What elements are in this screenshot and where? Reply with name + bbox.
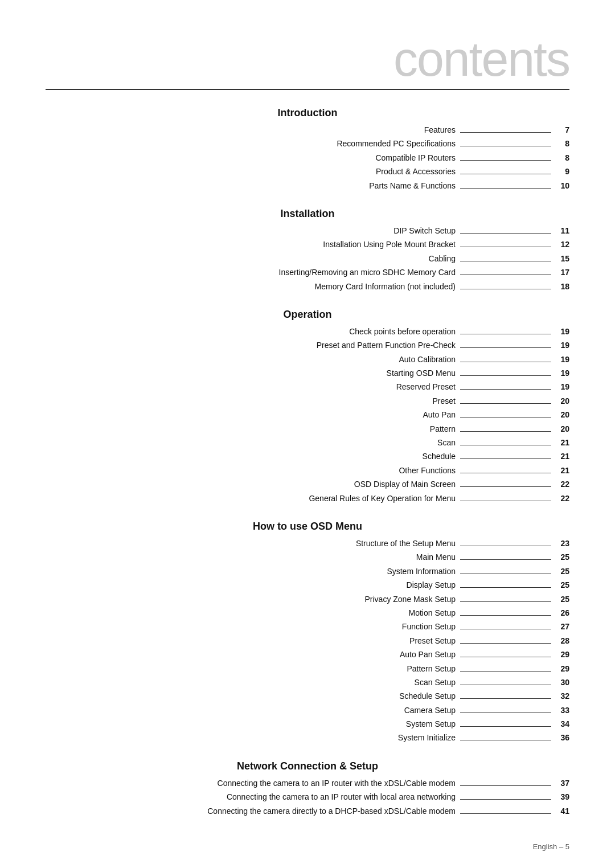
- toc-label: Privacy Zone Mask Setup: [364, 593, 456, 605]
- toc-row: Preset and Pattern Function Pre-Check19: [46, 339, 569, 351]
- toc-page-number: 12: [556, 238, 569, 251]
- toc-label: Reserved Preset: [396, 380, 456, 393]
- toc-row: Parts Name & Functions10: [46, 179, 569, 192]
- section-how-to-use-osd: How to use OSD MenuStructure of the Setu…: [46, 521, 569, 744]
- toc-page-number: 25: [556, 593, 569, 605]
- toc-page-number: 39: [556, 791, 569, 803]
- toc-label: Schedule: [423, 450, 456, 462]
- toc-page-number: 15: [556, 252, 569, 265]
- toc-dots: [460, 486, 551, 487]
- toc-label: Installation Using Pole Mount Bracket: [323, 238, 456, 251]
- toc-page-number: 33: [556, 704, 569, 716]
- toc-label: Memory Card Information (not included): [315, 280, 456, 293]
- toc-label: DIP Switch Setup: [393, 224, 456, 237]
- toc-dots: [460, 574, 551, 574]
- toc-row: General Rules of Key Operation for Menu2…: [46, 492, 569, 505]
- toc-label: Other Functions: [399, 464, 456, 477]
- toc-dots: [460, 417, 551, 417]
- toc-page-number: 30: [556, 676, 569, 689]
- toc-label: Connecting the camera to an IP router wi…: [227, 791, 456, 803]
- toc-label: Parts Name & Functions: [369, 179, 456, 192]
- toc-label: Scan: [437, 436, 456, 449]
- toc-page-number: 36: [556, 731, 569, 744]
- toc-dots: [460, 799, 551, 800]
- toc-label: Check points before operation: [349, 325, 456, 338]
- toc-page-number: 29: [556, 662, 569, 675]
- toc-page-number: 10: [556, 179, 569, 192]
- toc-row: Auto Pan Setup29: [46, 648, 569, 661]
- toc-row: Privacy Zone Mask Setup25: [46, 593, 569, 605]
- toc-row: Display Setup25: [46, 579, 569, 591]
- toc-dots: [460, 347, 551, 348]
- toc-row: Starting OSD Menu19: [46, 367, 569, 379]
- toc-dots: [460, 188, 551, 189]
- toc-dots: [460, 458, 551, 459]
- toc-dots: [460, 473, 551, 473]
- toc-dots: [460, 559, 551, 560]
- toc-row: Structure of the Setup Menu23: [46, 537, 569, 550]
- toc-dots: [460, 431, 551, 432]
- toc-dots: [460, 389, 551, 390]
- toc-page-number: 27: [556, 620, 569, 633]
- toc-page-number: 7: [556, 124, 569, 136]
- toc-dots: [460, 247, 551, 247]
- toc-row: Installation Using Pole Mount Bracket12: [46, 238, 569, 251]
- toc-row: Features7: [46, 124, 569, 136]
- toc-dots: [460, 698, 551, 699]
- toc-dots: [460, 160, 551, 161]
- toc-row: Pattern Setup29: [46, 662, 569, 675]
- toc-page-number: 22: [556, 492, 569, 505]
- toc-dots: [460, 657, 551, 657]
- toc-dots: [460, 601, 551, 602]
- toc-label: OSD Display of Main Screen: [354, 478, 456, 490]
- toc-row: Connecting the camera to an IP router wi…: [46, 777, 569, 789]
- toc-label: Connecting the camera directly to a DHCP…: [207, 805, 456, 817]
- toc-label: Function Setup: [402, 620, 456, 633]
- toc-label: Schedule Setup: [399, 690, 456, 702]
- toc-content: IntroductionFeatures7Recommended PC Spec…: [46, 107, 569, 817]
- footer-text: English – 5: [533, 842, 569, 851]
- toc-page-number: 29: [556, 648, 569, 661]
- toc-page-number: 25: [556, 579, 569, 591]
- toc-row: Cabling15: [46, 252, 569, 265]
- toc-dots: [460, 403, 551, 404]
- toc-row: Schedule Setup32: [46, 690, 569, 702]
- toc-row: Connecting the camera to an IP router wi…: [46, 791, 569, 803]
- page: contents IntroductionFeatures7Recommende…: [0, 0, 615, 868]
- toc-label: System Setup: [406, 718, 456, 730]
- toc-row: Check points before operation19: [46, 325, 569, 338]
- toc-page-number: 8: [556, 152, 569, 164]
- toc-row: Scan21: [46, 436, 569, 449]
- toc-label: Connecting the camera to an IP router wi…: [218, 777, 456, 789]
- toc-dots: [460, 334, 551, 334]
- toc-page-number: 37: [556, 777, 569, 789]
- toc-page-number: 25: [556, 565, 569, 578]
- toc-label: Product & Accessories: [376, 165, 456, 178]
- toc-dots: [460, 785, 551, 786]
- toc-dots: [460, 146, 551, 146]
- toc-dots: [460, 233, 551, 234]
- toc-row: Recommended PC Specifications8: [46, 137, 569, 150]
- toc-label: Preset Setup: [409, 634, 456, 647]
- toc-page-number: 32: [556, 690, 569, 702]
- toc-dots: [460, 813, 551, 814]
- toc-row: System Information25: [46, 565, 569, 578]
- toc-row: Camera Setup33: [46, 704, 569, 716]
- toc-row: Inserting/Removing an micro SDHC Memory …: [46, 266, 569, 279]
- toc-row: Connecting the camera directly to a DHCP…: [46, 805, 569, 817]
- toc-label: Starting OSD Menu: [387, 367, 456, 379]
- toc-row: Preset Setup28: [46, 634, 569, 647]
- toc-dots: [460, 740, 551, 740]
- toc-label: Auto Pan Setup: [400, 648, 456, 661]
- toc-label: System Initialize: [398, 731, 456, 744]
- toc-row: DIP Switch Setup11: [46, 224, 569, 237]
- toc-row: Compatible IP Routers8: [46, 152, 569, 164]
- toc-page-number: 9: [556, 165, 569, 178]
- toc-page-number: 26: [556, 607, 569, 619]
- toc-label: Camera Setup: [404, 704, 456, 716]
- toc-dots: [460, 375, 551, 376]
- toc-label: System Information: [387, 565, 456, 578]
- toc-dots: [460, 713, 551, 713]
- toc-page-number: 8: [556, 137, 569, 150]
- toc-page-number: 17: [556, 266, 569, 279]
